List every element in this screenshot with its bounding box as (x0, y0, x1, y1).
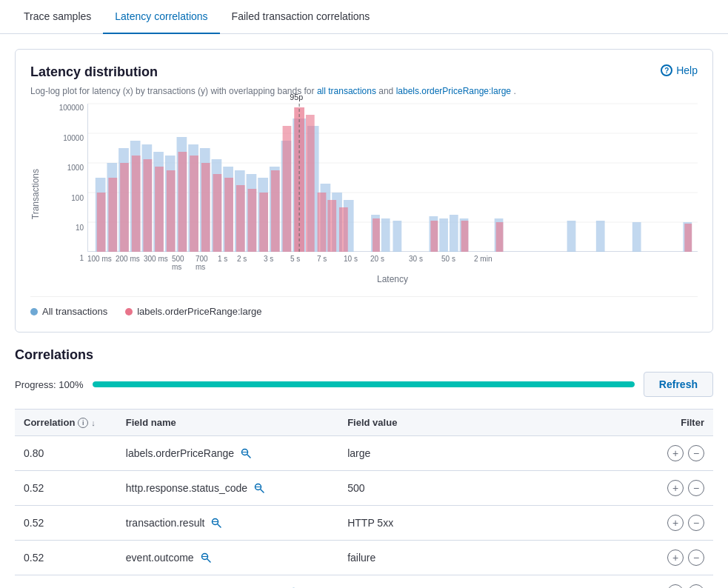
svg-rect-60 (339, 207, 348, 252)
svg-line-75 (218, 524, 221, 527)
correlation-value: 0.52 (15, 541, 117, 575)
legend-dot-pink (125, 308, 133, 315)
filter-cell: + − (651, 436, 713, 471)
table-row: 0.47 labels.antiFraud_exception_cause ja… (15, 575, 713, 589)
svg-rect-53 (259, 193, 268, 252)
correlation-value: 0.47 (15, 575, 117, 589)
svg-text:95p: 95p (290, 93, 303, 101)
correlation-sort-icon[interactable]: ↓ (91, 418, 96, 427)
correlation-header-label: Correlation (24, 417, 75, 428)
y-tick-1000: 1000 (47, 164, 87, 172)
progress-bar-background (93, 381, 635, 387)
svg-rect-76 (213, 521, 218, 522)
svg-rect-39 (97, 193, 106, 252)
x-tick-300ms: 300 ms (144, 255, 172, 271)
refresh-button[interactable]: Refresh (644, 372, 713, 397)
correlations-title: Correlations (15, 347, 713, 363)
filter-cell: + − (651, 541, 713, 575)
table-row: 0.52 transaction.result HTTP 5xx (15, 506, 713, 541)
tab-failed-transaction-correlations[interactable]: Failed transaction correlations (220, 0, 382, 34)
x-tick-10s: 10 s (344, 255, 370, 271)
y-axis-ticks: 100000 10000 1000 100 10 1 (47, 104, 87, 262)
main-content: Latency distribution ? Help Log-log plot… (0, 34, 728, 588)
field-search-icon[interactable] (238, 446, 253, 461)
order-price-link[interactable]: labels.orderPriceRange:large (396, 86, 511, 96)
field-value-cell: HTTP 5xx (338, 506, 650, 541)
svg-rect-36 (596, 221, 605, 252)
x-tick-2min: 2 min (474, 255, 507, 271)
chart-area: 100000 10000 1000 100 10 1 (47, 104, 698, 284)
filter-plus-button[interactable]: + (667, 445, 684, 461)
all-transactions-link[interactable]: all transactions (317, 86, 376, 96)
svg-rect-57 (306, 115, 315, 252)
filter-plus-button[interactable]: + (667, 480, 684, 496)
field-name-cell: http.response.status_code (117, 471, 338, 506)
help-label: Help (676, 64, 698, 76)
svg-rect-52 (248, 189, 257, 252)
svg-line-69 (247, 455, 250, 458)
svg-rect-41 (120, 163, 129, 252)
svg-rect-44 (155, 167, 164, 252)
help-button[interactable]: ? Help (661, 64, 698, 76)
svg-rect-54 (271, 170, 280, 252)
legend-item-large: labels.orderPriceRange:large (125, 306, 261, 317)
tab-trace-samples[interactable]: Trace samples (12, 0, 103, 34)
svg-line-72 (261, 490, 264, 492)
svg-rect-31 (439, 218, 448, 252)
th-correlation: Correlation i ↓ (15, 410, 117, 436)
x-tick-200ms: 200 ms (116, 255, 144, 271)
correlations-table: Correlation i ↓ Field name Field value F… (15, 409, 713, 588)
table-body: 0.80 labels.orderPriceRange large (15, 436, 713, 589)
correlation-value: 0.80 (15, 436, 117, 471)
table-row: 0.52 event.outcome failure (15, 541, 713, 575)
tabs-bar: Trace samples Latency correlations Faile… (0, 0, 728, 34)
field-search-icon[interactable] (209, 515, 224, 530)
filter-plus-button[interactable]: + (667, 584, 684, 588)
main-container: Trace samples Latency correlations Faile… (0, 0, 728, 588)
field-search-icon[interactable] (198, 550, 213, 565)
filter-minus-button[interactable]: − (688, 584, 704, 588)
help-icon: ? (661, 64, 672, 76)
chart-wrapper: Transactions 100000 10000 1000 100 10 1 (30, 104, 698, 284)
svg-rect-65 (684, 224, 692, 252)
svg-rect-32 (450, 215, 458, 252)
svg-rect-45 (167, 170, 176, 252)
table-row: 0.80 labels.orderPriceRange large (15, 436, 713, 471)
svg-rect-48 (201, 163, 210, 252)
table-row: 0.52 http.response.status_code 500 (15, 471, 713, 506)
subtitle-middle: and (378, 86, 395, 96)
svg-rect-58 (318, 193, 327, 252)
field-value-cell: java.net.SocketTimeoutException (338, 575, 650, 589)
th-field-name: Field name (117, 410, 338, 436)
correlations-section: Correlations Progress: 100% Refresh Corr… (15, 347, 713, 588)
x-tick-5s: 5 s (290, 255, 317, 271)
chart-svg-container: 95p (87, 104, 698, 252)
tab-latency-correlations[interactable]: Latency correlations (103, 0, 219, 34)
svg-rect-28 (381, 218, 390, 252)
field-value-cell: large (338, 436, 650, 471)
correlation-info-icon[interactable]: i (78, 418, 88, 428)
filter-plus-button[interactable]: + (667, 515, 684, 531)
progress-bar-wrapper: Progress: 100% Refresh (15, 372, 713, 397)
legend-item-all: All transactions (30, 306, 107, 317)
x-tick-1s: 1 s (218, 255, 237, 271)
svg-rect-59 (327, 200, 336, 252)
legend-label-large: labels.orderPriceRange:large (137, 306, 261, 317)
filter-plus-button[interactable]: + (667, 549, 684, 566)
field-search-icon[interactable] (252, 481, 267, 495)
legend-dot-blue (30, 308, 38, 315)
x-tick-700ms: 700 ms (196, 255, 218, 271)
filter-minus-button[interactable]: − (688, 515, 704, 531)
svg-rect-64 (496, 222, 504, 252)
correlation-value: 0.52 (15, 506, 117, 541)
field-name-cell: transaction.result (117, 506, 338, 541)
y-tick-100000: 100000 (47, 104, 87, 112)
filter-minus-button[interactable]: − (688, 445, 704, 461)
field-search-icon[interactable] (287, 585, 302, 588)
th-field-value: Field value (338, 410, 650, 436)
table-header: Correlation i ↓ Field name Field value F… (15, 410, 713, 436)
progress-bar-fill (93, 381, 635, 387)
svg-rect-55 (283, 126, 292, 252)
filter-minus-button[interactable]: − (688, 480, 704, 496)
filter-minus-button[interactable]: − (688, 549, 704, 566)
